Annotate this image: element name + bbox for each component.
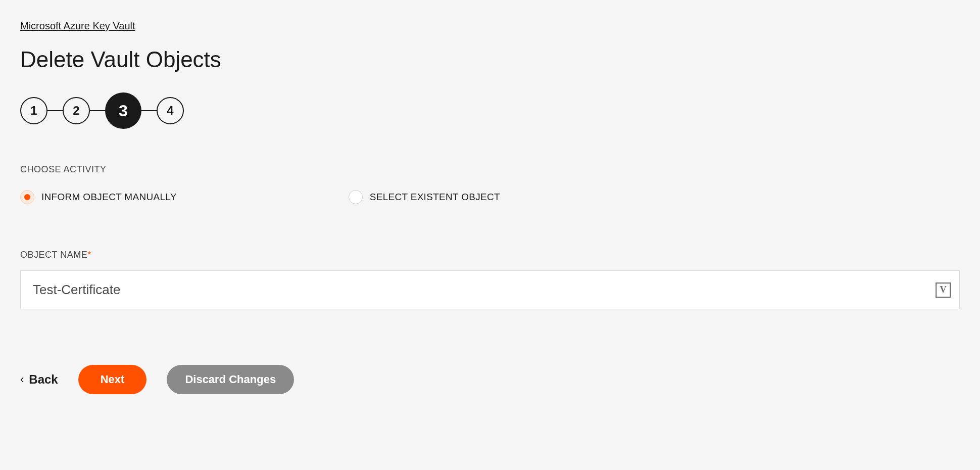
object-name-input-wrapper: V [20, 270, 960, 309]
action-button-row: ‹ Back Next Discard Changes [20, 365, 960, 394]
next-button[interactable]: Next [78, 365, 147, 394]
activity-radio-group: INFORM OBJECT MANUALLY SELECT EXISTENT O… [20, 190, 960, 204]
step-4[interactable]: 4 [157, 97, 184, 124]
stepper: 1 2 3 4 [20, 92, 960, 129]
radio-dot-icon [24, 194, 30, 200]
back-button-label: Back [29, 372, 58, 387]
step-connector [90, 110, 105, 111]
step-1[interactable]: 1 [20, 97, 47, 124]
chevron-left-icon: ‹ [20, 373, 24, 386]
radio-circle-icon [20, 190, 34, 204]
step-connector [141, 110, 157, 111]
radio-circle-icon [349, 190, 363, 204]
radio-option-inform-manually[interactable]: INFORM OBJECT MANUALLY [20, 190, 177, 204]
radio-option-select-existent[interactable]: SELECT EXISTENT OBJECT [349, 190, 500, 204]
step-connector [47, 110, 63, 111]
breadcrumb-link[interactable]: Microsoft Azure Key Vault [20, 20, 135, 31]
step-2[interactable]: 2 [63, 97, 90, 124]
step-3[interactable]: 3 [105, 92, 141, 129]
discard-changes-button[interactable]: Discard Changes [167, 365, 294, 394]
radio-label: INFORM OBJECT MANUALLY [41, 192, 177, 203]
required-asterisk: * [87, 250, 91, 260]
variable-icon[interactable]: V [936, 283, 951, 298]
object-name-label: OBJECT NAME* [20, 250, 960, 260]
radio-label: SELECT EXISTENT OBJECT [370, 192, 500, 203]
object-name-label-text: OBJECT NAME [20, 250, 87, 260]
choose-activity-label: CHOOSE ACTIVITY [20, 164, 960, 175]
object-name-input[interactable] [20, 270, 960, 309]
page-title: Delete Vault Objects [20, 47, 960, 72]
back-button[interactable]: ‹ Back [20, 372, 58, 387]
